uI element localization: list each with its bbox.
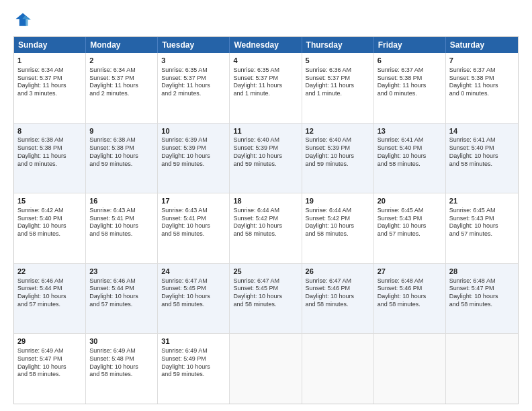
calendar-cell: 23Sunrise: 6:46 AM Sunset: 5:44 PM Dayli…: [86, 264, 158, 334]
calendar-cell: 28Sunrise: 6:48 AM Sunset: 5:47 PM Dayli…: [446, 264, 518, 334]
calendar-cell: [230, 334, 302, 404]
page: SundayMondayTuesdayWednesdayThursdayFrid…: [0, 0, 532, 411]
day-info: Sunrise: 6:34 AM Sunset: 5:37 PM Dayligh…: [89, 66, 154, 98]
calendar-cell: 21Sunrise: 6:45 AM Sunset: 5:43 PM Dayli…: [446, 193, 518, 263]
calendar-cell: 20Sunrise: 6:45 AM Sunset: 5:43 PM Dayli…: [374, 193, 446, 263]
day-number: 19: [306, 196, 370, 206]
calendar-cell: 31Sunrise: 6:49 AM Sunset: 5:49 PM Dayli…: [158, 334, 230, 404]
day-number: 23: [89, 267, 154, 277]
logo: [13, 11, 35, 30]
calendar-cell: 12Sunrise: 6:40 AM Sunset: 5:39 PM Dayli…: [302, 124, 374, 193]
header-day-monday: Monday: [86, 37, 158, 53]
calendar-row-1: 1Sunrise: 6:34 AM Sunset: 5:37 PM Daylig…: [14, 53, 518, 124]
day-number: 6: [378, 56, 442, 66]
calendar-cell: 30Sunrise: 6:49 AM Sunset: 5:48 PM Dayli…: [86, 334, 158, 404]
day-info: Sunrise: 6:39 AM Sunset: 5:39 PM Dayligh…: [161, 136, 226, 168]
calendar-cell: [302, 334, 374, 404]
day-info: Sunrise: 6:37 AM Sunset: 5:38 PM Dayligh…: [449, 66, 515, 98]
day-info: Sunrise: 6:37 AM Sunset: 5:38 PM Dayligh…: [378, 66, 442, 98]
calendar-cell: 17Sunrise: 6:43 AM Sunset: 5:41 PM Dayli…: [158, 193, 230, 263]
day-info: Sunrise: 6:41 AM Sunset: 5:40 PM Dayligh…: [449, 136, 515, 168]
day-number: 7: [449, 56, 515, 66]
day-info: Sunrise: 6:40 AM Sunset: 5:39 PM Dayligh…: [233, 136, 298, 168]
day-info: Sunrise: 6:47 AM Sunset: 5:45 PM Dayligh…: [161, 277, 226, 309]
day-info: Sunrise: 6:41 AM Sunset: 5:40 PM Dayligh…: [378, 136, 442, 168]
day-info: Sunrise: 6:49 AM Sunset: 5:48 PM Dayligh…: [89, 347, 154, 379]
calendar-cell: 1Sunrise: 6:34 AM Sunset: 5:37 PM Daylig…: [14, 53, 86, 123]
calendar-cell: 22Sunrise: 6:46 AM Sunset: 5:44 PM Dayli…: [14, 264, 86, 334]
day-info: Sunrise: 6:44 AM Sunset: 5:42 PM Dayligh…: [233, 207, 298, 238]
day-number: 26: [306, 267, 370, 277]
calendar-cell: 5Sunrise: 6:36 AM Sunset: 5:37 PM Daylig…: [302, 53, 374, 123]
day-info: Sunrise: 6:40 AM Sunset: 5:39 PM Dayligh…: [306, 136, 370, 168]
day-number: 20: [378, 196, 442, 206]
day-number: 11: [233, 126, 298, 136]
day-number: 2: [89, 56, 154, 66]
day-number: 10: [161, 126, 226, 136]
calendar-cell: 11Sunrise: 6:40 AM Sunset: 5:39 PM Dayli…: [230, 124, 302, 193]
calendar-cell: 10Sunrise: 6:39 AM Sunset: 5:39 PM Dayli…: [158, 124, 230, 193]
calendar-cell: 8Sunrise: 6:38 AM Sunset: 5:38 PM Daylig…: [14, 124, 86, 193]
day-info: Sunrise: 6:35 AM Sunset: 5:37 PM Dayligh…: [161, 66, 226, 98]
day-info: Sunrise: 6:38 AM Sunset: 5:38 PM Dayligh…: [89, 136, 154, 168]
day-number: 14: [449, 126, 515, 136]
calendar-cell: 25Sunrise: 6:47 AM Sunset: 5:45 PM Dayli…: [230, 264, 302, 334]
calendar-cell: 14Sunrise: 6:41 AM Sunset: 5:40 PM Dayli…: [446, 124, 518, 193]
day-info: Sunrise: 6:46 AM Sunset: 5:44 PM Dayligh…: [89, 277, 154, 309]
header-day-sunday: Sunday: [14, 37, 86, 53]
calendar-cell: 26Sunrise: 6:47 AM Sunset: 5:46 PM Dayli…: [302, 264, 374, 334]
day-number: 24: [161, 267, 226, 277]
day-number: 16: [89, 196, 154, 206]
day-number: 28: [449, 267, 515, 277]
day-number: 25: [233, 267, 298, 277]
calendar-cell: 29Sunrise: 6:49 AM Sunset: 5:47 PM Dayli…: [14, 334, 86, 404]
day-number: 30: [89, 336, 154, 347]
day-number: 1: [17, 56, 82, 66]
header-day-wednesday: Wednesday: [230, 37, 302, 53]
day-number: 29: [17, 336, 82, 347]
day-info: Sunrise: 6:48 AM Sunset: 5:46 PM Dayligh…: [378, 277, 442, 309]
day-number: 27: [378, 267, 442, 277]
day-number: 17: [161, 196, 226, 206]
calendar-cell: 16Sunrise: 6:43 AM Sunset: 5:41 PM Dayli…: [86, 193, 158, 263]
header: [13, 11, 519, 30]
day-number: 15: [17, 196, 82, 206]
day-info: Sunrise: 6:49 AM Sunset: 5:47 PM Dayligh…: [17, 347, 82, 379]
calendar-cell: 2Sunrise: 6:34 AM Sunset: 5:37 PM Daylig…: [86, 53, 158, 123]
day-info: Sunrise: 6:45 AM Sunset: 5:43 PM Dayligh…: [449, 207, 515, 238]
logo-icon: [13, 11, 32, 30]
calendar-cell: 3Sunrise: 6:35 AM Sunset: 5:37 PM Daylig…: [158, 53, 230, 123]
day-number: 8: [17, 126, 82, 136]
day-number: 31: [161, 336, 226, 347]
day-number: 3: [161, 56, 226, 66]
calendar-cell: [446, 334, 518, 404]
calendar-row-3: 15Sunrise: 6:42 AM Sunset: 5:40 PM Dayli…: [14, 193, 518, 264]
calendar-header: SundayMondayTuesdayWednesdayThursdayFrid…: [14, 37, 518, 53]
day-number: 18: [233, 196, 298, 206]
calendar-cell: 4Sunrise: 6:35 AM Sunset: 5:37 PM Daylig…: [230, 53, 302, 123]
calendar-row-2: 8Sunrise: 6:38 AM Sunset: 5:38 PM Daylig…: [14, 124, 518, 194]
calendar-row-4: 22Sunrise: 6:46 AM Sunset: 5:44 PM Dayli…: [14, 264, 518, 334]
day-info: Sunrise: 6:47 AM Sunset: 5:45 PM Dayligh…: [233, 277, 298, 309]
day-info: Sunrise: 6:49 AM Sunset: 5:49 PM Dayligh…: [161, 347, 226, 379]
day-number: 9: [89, 126, 154, 136]
day-info: Sunrise: 6:43 AM Sunset: 5:41 PM Dayligh…: [89, 207, 154, 238]
calendar-cell: 24Sunrise: 6:47 AM Sunset: 5:45 PM Dayli…: [158, 264, 230, 334]
calendar-cell: 18Sunrise: 6:44 AM Sunset: 5:42 PM Dayli…: [230, 193, 302, 263]
day-number: 4: [233, 56, 298, 66]
day-info: Sunrise: 6:43 AM Sunset: 5:41 PM Dayligh…: [161, 207, 226, 238]
day-number: 12: [306, 126, 370, 136]
day-info: Sunrise: 6:34 AM Sunset: 5:37 PM Dayligh…: [17, 66, 82, 98]
day-number: 5: [306, 56, 370, 66]
calendar-row-5: 29Sunrise: 6:49 AM Sunset: 5:47 PM Dayli…: [14, 334, 518, 404]
calendar: SundayMondayTuesdayWednesdayThursdayFrid…: [13, 36, 519, 404]
calendar-body: 1Sunrise: 6:34 AM Sunset: 5:37 PM Daylig…: [14, 53, 518, 404]
calendar-cell: 19Sunrise: 6:44 AM Sunset: 5:42 PM Dayli…: [302, 193, 374, 263]
calendar-cell: [374, 334, 446, 404]
day-info: Sunrise: 6:42 AM Sunset: 5:40 PM Dayligh…: [17, 207, 82, 238]
header-day-tuesday: Tuesday: [158, 37, 230, 53]
calendar-cell: 9Sunrise: 6:38 AM Sunset: 5:38 PM Daylig…: [86, 124, 158, 193]
calendar-cell: 6Sunrise: 6:37 AM Sunset: 5:38 PM Daylig…: [374, 53, 446, 123]
day-number: 13: [378, 126, 442, 136]
day-info: Sunrise: 6:45 AM Sunset: 5:43 PM Dayligh…: [378, 207, 442, 238]
